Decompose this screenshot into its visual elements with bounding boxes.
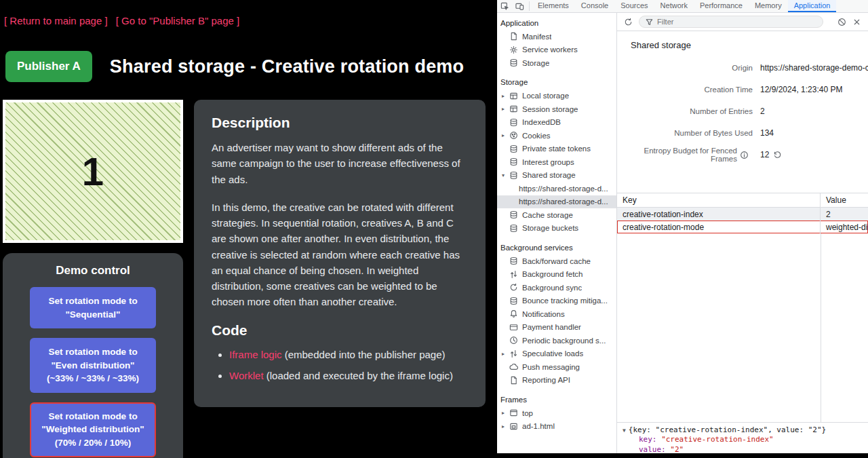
property-name: key:	[639, 435, 661, 444]
sidebar-item-https-shared-storage-d[interactable]: https://shared-storage-d...	[497, 195, 616, 209]
chevron-right-icon[interactable]: ▸	[502, 351, 509, 357]
chevron-right-icon[interactable]: ▸	[502, 423, 509, 430]
sidebar-item-local-storage[interactable]: ▸Local storage	[497, 90, 616, 103]
inspect-element-icon[interactable]	[497, 0, 512, 12]
sidebar-item-periodic-background-s[interactable]: Periodic background s...	[497, 334, 616, 347]
publisher-a-badge: Publisher A	[5, 51, 92, 82]
key-column-header[interactable]: Key	[617, 193, 821, 207]
database-icon	[509, 224, 522, 233]
sidebar-item-label: https://shared-storage-d...	[519, 185, 608, 193]
metadata-value-text: 134	[760, 128, 774, 138]
device-toolbar-icon[interactable]	[512, 0, 527, 12]
sidebar-item-ad-1-html[interactable]: ▸ad-1.html	[497, 420, 616, 434]
filter-input[interactable]	[657, 18, 817, 26]
preview-properties: key: "creative-rotation-index"value: "2"	[623, 435, 863, 453]
metadata-label: Entropy Budget for Fenced Frames	[617, 147, 753, 163]
metadata-row: Entropy Budget for Fenced Frames12	[617, 144, 868, 166]
return-main-link[interactable]: [ Return to main page ]	[4, 15, 108, 26]
sidebar-item-storage-buckets[interactable]: Storage buckets	[497, 222, 616, 235]
sidebar-item-indexeddb[interactable]: IndexedDB	[497, 116, 616, 130]
sidebar-item-interest-groups[interactable]: Interest groups	[497, 155, 616, 169]
sidebar-item-background-sync[interactable]: Background sync	[497, 281, 616, 294]
storage-entry-row[interactable]: creative-rotation-index2	[617, 208, 868, 221]
sidebar-item-session-storage[interactable]: ▸Session storage	[497, 102, 616, 116]
chevron-right-icon[interactable]: ▸	[502, 410, 509, 416]
database-icon	[509, 256, 522, 265]
tab-memory[interactable]: Memory	[749, 0, 788, 12]
iframe-logic-link[interactable]: Iframe logic	[229, 349, 282, 360]
tab-console[interactable]: Console	[575, 0, 614, 12]
sidebar-item-storage[interactable]: Storage	[497, 56, 616, 70]
collapse-triangle-icon[interactable]: ▼	[623, 427, 626, 434]
sidebar-item-payment-handler[interactable]: Payment handler	[497, 321, 616, 335]
tabbar-divider	[529, 1, 530, 11]
document-icon	[509, 32, 522, 41]
metadata-value: https://shared-storage-demo-co	[760, 63, 868, 73]
rotation-mode-button-3[interactable]: Set rotation mode to "Weighted distribut…	[30, 402, 156, 457]
rotation-mode-button-1[interactable]: Set rotation mode to "Sequential"	[30, 287, 156, 328]
storage-datagrid: Key Value creative-rotation-index2creati…	[617, 193, 868, 422]
sidebar-item-cookies[interactable]: ▸Cookies	[497, 129, 616, 142]
clear-all-icon[interactable]	[837, 18, 846, 26]
tab-application[interactable]: Application	[788, 0, 837, 12]
sidebar-item-label: Cookies	[522, 132, 551, 140]
storage-key-cell: creative-rotation-mode	[617, 221, 821, 233]
tab-elements[interactable]: Elements	[532, 0, 575, 12]
sidebar-item-top[interactable]: ▸top	[497, 406, 616, 420]
database-icon	[509, 58, 522, 67]
chevron-right-icon[interactable]: ▸	[502, 132, 509, 138]
worklet-link[interactable]: Worklet	[229, 370, 264, 381]
publisher-b-link[interactable]: [ Go to "Publisher B" page ]	[116, 15, 239, 26]
publisher-page: [ Return to main page ] [ Go to "Publish…	[0, 0, 497, 458]
sidebar-item-label: Storage buckets	[522, 224, 578, 232]
storage-key-cell: creative-rotation-index	[617, 208, 821, 221]
sidebar-item-label: Reporting API	[522, 376, 570, 384]
value-column-header[interactable]: Value	[821, 193, 868, 207]
preview-property: key: "creative-rotation-index"	[639, 435, 863, 444]
description-paragraph: An advertiser may want to show different…	[212, 140, 468, 187]
sidebar-item-label: Periodic background s...	[522, 337, 606, 345]
sidebar-section-application: Application	[497, 16, 616, 30]
sidebar-item-cache-storage[interactable]: Cache storage	[497, 208, 616, 222]
sidebar-item-speculative-loads[interactable]: ▸Speculative loads	[497, 347, 616, 361]
entry-preview-pane: ▼{key: "creative-rotation-index", value:…	[617, 422, 868, 453]
tab-performance[interactable]: Performance	[694, 0, 749, 12]
updown-icon	[509, 349, 522, 358]
sidebar-item-back-forward-cache[interactable]: Back/forward cache	[497, 254, 616, 268]
sidebar-item-reporting-api[interactable]: Reporting API	[497, 374, 616, 387]
close-icon[interactable]	[852, 18, 861, 26]
sidebar-item-label: Service workers	[522, 45, 578, 54]
code-bullet-text: (embedded into the publisher page)	[282, 349, 446, 360]
creative-frame[interactable]: 1	[3, 100, 183, 243]
description-heading: Description	[212, 115, 468, 131]
chevron-right-icon[interactable]: ▸	[502, 106, 509, 112]
sidebar-item-bounce-tracking-mitiga[interactable]: Bounce tracking mitiga...	[497, 294, 616, 308]
tab-sources[interactable]: Sources	[614, 0, 654, 12]
sidebar-item-background-fetch[interactable]: Background fetch	[497, 268, 616, 282]
sidebar-item-service-workers[interactable]: Service workers	[497, 43, 616, 57]
document-icon	[509, 376, 522, 385]
metadata-value-text: 2	[760, 107, 765, 116]
sidebar-item-label: Bounce tracking mitiga...	[522, 297, 608, 305]
refresh-icon[interactable]	[624, 18, 633, 26]
sidebar-item-shared-storage[interactable]: ▾Shared storage	[497, 169, 616, 183]
sidebar-item-push-messaging[interactable]: Push messaging	[497, 360, 616, 374]
chevron-down-icon[interactable]: ▾	[502, 172, 509, 178]
datagrid-header[interactable]: Key Value	[617, 193, 868, 208]
metadata-label-text: Number of Entries	[690, 107, 753, 115]
code-bullet-text: (loaded and executed by the iframe logic…	[264, 370, 453, 381]
tab-network[interactable]: Network	[654, 0, 694, 12]
rotation-mode-button-2[interactable]: Set rotation mode to "Even distribution"…	[30, 338, 156, 393]
sidebar-item-private-state-tokens[interactable]: Private state tokens	[497, 142, 616, 156]
preview-property: value: "2"	[639, 445, 863, 453]
bell-icon	[509, 309, 522, 318]
sidebar-item-manifest[interactable]: Manifest	[497, 30, 616, 43]
code-bullet-list: Iframe logic (embedded into the publishe…	[217, 347, 468, 384]
chevron-right-icon[interactable]: ▸	[502, 93, 509, 99]
history-icon[interactable]	[773, 151, 786, 159]
sidebar-item-label: Background fetch	[522, 270, 583, 278]
sidebar-item-https-shared-storage-d[interactable]: https://shared-storage-d...	[497, 182, 616, 195]
metadata-label: Creation Time	[617, 85, 753, 94]
sidebar-item-notifications[interactable]: Notifications	[497, 307, 616, 321]
storage-entry-row[interactable]: creative-rotation-modeweighted-distribut…	[617, 221, 868, 233]
